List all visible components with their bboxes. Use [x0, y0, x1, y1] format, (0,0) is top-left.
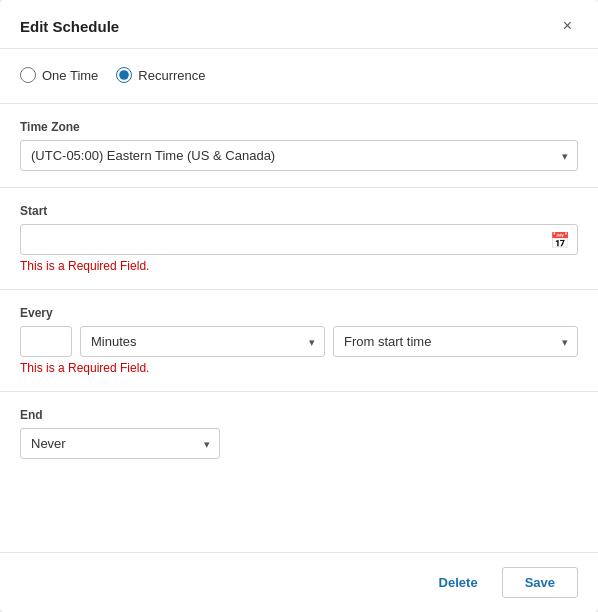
start-input[interactable]: [20, 224, 578, 255]
timezone-select[interactable]: (UTC-05:00) Eastern Time (US & Canada) U…: [20, 140, 578, 171]
dialog-header: Edit Schedule ×: [0, 0, 598, 49]
start-input-wrapper: 📅: [20, 224, 578, 255]
end-select-wrapper: Never After On date ▾: [20, 428, 220, 459]
timezone-select-wrapper: (UTC-05:00) Eastern Time (US & Canada) U…: [20, 140, 578, 171]
close-button[interactable]: ×: [557, 16, 578, 36]
timezone-group: Time Zone (UTC-05:00) Eastern Time (US &…: [20, 120, 578, 171]
edit-schedule-dialog: Edit Schedule × One Time Recurrence Time…: [0, 0, 598, 612]
divider-2: [0, 187, 598, 188]
dialog-body: One Time Recurrence Time Zone (UTC-05:00…: [0, 49, 598, 552]
every-row: Minutes Hours Days Weeks Months ▾ From s…: [20, 326, 578, 357]
every-from-wrapper: From start time From last occurrence ▾: [333, 326, 578, 357]
every-number-input[interactable]: [20, 326, 72, 357]
recurrence-radio-item[interactable]: Recurrence: [116, 67, 205, 83]
divider-4: [0, 391, 598, 392]
start-error: This is a Required Field.: [20, 259, 578, 273]
recurrence-type-row: One Time Recurrence: [20, 67, 578, 83]
end-group: End Never After On date ▾: [20, 408, 578, 459]
start-group: Start 📅 This is a Required Field.: [20, 204, 578, 273]
dialog-title: Edit Schedule: [20, 18, 119, 35]
one-time-label: One Time: [42, 68, 98, 83]
delete-button[interactable]: Delete: [425, 568, 492, 597]
every-label: Every: [20, 306, 578, 320]
start-label: Start: [20, 204, 578, 218]
every-error: This is a Required Field.: [20, 361, 578, 375]
one-time-radio[interactable]: [20, 67, 36, 83]
recurrence-label: Recurrence: [138, 68, 205, 83]
dialog-footer: Delete Save: [0, 552, 598, 612]
divider-1: [0, 103, 598, 104]
every-group: Every Minutes Hours Days Weeks Months ▾ …: [20, 306, 578, 375]
divider-3: [0, 289, 598, 290]
end-label: End: [20, 408, 578, 422]
recurrence-radio[interactable]: [116, 67, 132, 83]
one-time-radio-item[interactable]: One Time: [20, 67, 98, 83]
every-from-select[interactable]: From start time From last occurrence: [333, 326, 578, 357]
timezone-label: Time Zone: [20, 120, 578, 134]
every-interval-wrapper: Minutes Hours Days Weeks Months ▾: [80, 326, 325, 357]
end-select[interactable]: Never After On date: [20, 428, 220, 459]
save-button[interactable]: Save: [502, 567, 578, 598]
every-interval-select[interactable]: Minutes Hours Days Weeks Months: [80, 326, 325, 357]
